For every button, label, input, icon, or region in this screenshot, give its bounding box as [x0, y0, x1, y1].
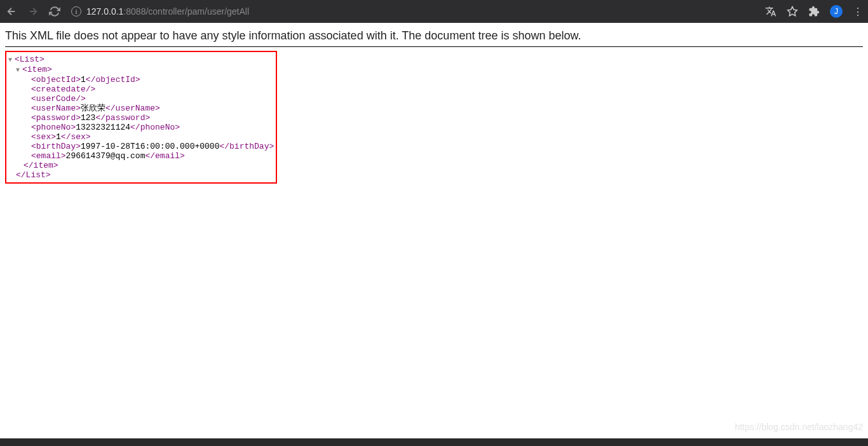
star-icon[interactable]: [787, 6, 798, 17]
url-path: /controller/pam/user/getAll: [146, 6, 249, 17]
xml-objectid: <objectId>1</objectId>: [8, 75, 274, 84]
url-host: 127.0.0.1: [86, 6, 123, 17]
info-icon[interactable]: i: [71, 6, 81, 17]
xml-birthday: <birthDay>1997-10-28T16:00:00.000+0000</…: [8, 142, 274, 151]
toolbar-right: J ⋮: [765, 5, 863, 18]
xml-sex: <sex>1</sex>: [8, 132, 274, 142]
xml-notice: This XML file does not appear to have an…: [5, 29, 863, 47]
xml-root-open: ▼<List>: [8, 55, 274, 65]
xml-item-open: ▼<item>: [8, 65, 274, 75]
xml-email: <email>296614379@qq.com</email>: [8, 151, 274, 161]
url-port: :8088: [123, 6, 146, 17]
reload-button[interactable]: [48, 5, 61, 18]
watermark: https://blog.csdn.net/laozhang42: [735, 422, 863, 432]
xml-usercode: <userCode/>: [8, 94, 274, 104]
svg-marker-0: [788, 7, 797, 16]
forward-button[interactable]: [27, 5, 39, 18]
xml-username: <userName>张欣荣</userName>: [8, 104, 274, 113]
address-bar[interactable]: i 127.0.0.1:8088/controller/pam/user/get…: [71, 6, 757, 17]
nav-buttons: [5, 5, 61, 18]
menu-icon[interactable]: ⋮: [853, 6, 863, 18]
avatar-letter: J: [834, 7, 838, 16]
avatar[interactable]: J: [830, 5, 843, 18]
xml-tree: ▼<List> ▼<item> <objectId>1</objectId> <…: [8, 55, 274, 180]
toggle-icon[interactable]: ▼: [8, 55, 15, 65]
page-content: This XML file does not appear to have an…: [0, 23, 868, 190]
toggle-icon[interactable]: ▼: [16, 65, 22, 75]
bottom-bar: [0, 438, 868, 446]
xml-item-close: </item>: [8, 161, 274, 170]
xml-phoneno: <phoneNo>13232321124</phoneNo>: [8, 123, 274, 132]
translate-icon[interactable]: [765, 6, 776, 17]
extensions-icon[interactable]: [808, 6, 820, 17]
xml-createdate: <createdate/>: [8, 84, 274, 94]
xml-root-close: </List>: [8, 170, 274, 180]
browser-toolbar: i 127.0.0.1:8088/controller/pam/user/get…: [0, 0, 868, 23]
back-button[interactable]: [5, 5, 18, 18]
highlight-box: ▼<List> ▼<item> <objectId>1</objectId> <…: [5, 51, 277, 184]
xml-password: <password>123</password>: [8, 113, 274, 123]
